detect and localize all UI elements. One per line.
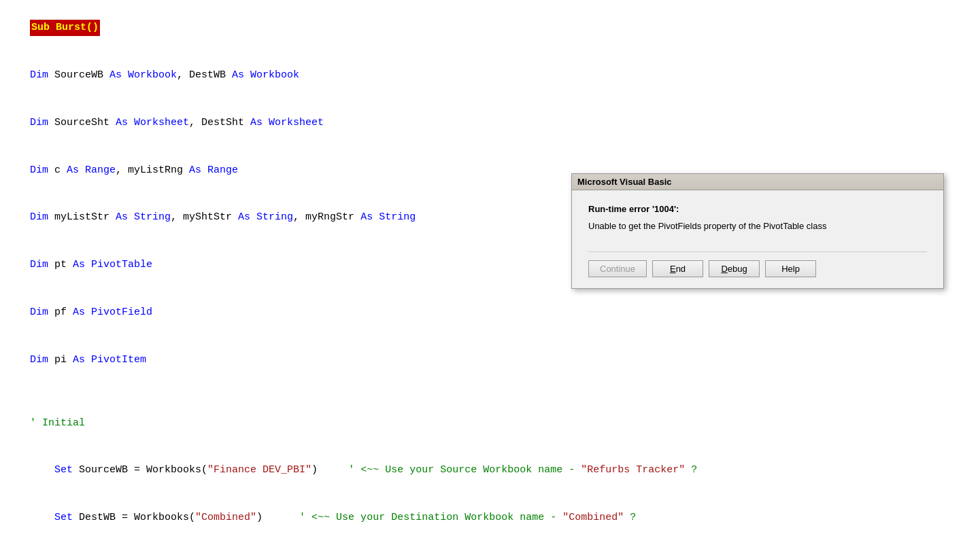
- help-button[interactable]: Help: [765, 260, 816, 277]
- runtime-error-dialog[interactable]: Microsoft Visual Basic Run-time error '1…: [571, 173, 944, 289]
- code-line-dim1: Dim SourceWB As Workbook, DestWB As Work…: [5, 52, 963, 99]
- debug-underline: Debug: [721, 264, 747, 274]
- end-underline: End: [670, 264, 686, 274]
- code-line-dim2: Dim SourceSht As Worksheet, DestSht As W…: [5, 99, 963, 147]
- continue-button[interactable]: Continue: [588, 260, 647, 277]
- dialog-titlebar: Microsoft Visual Basic: [572, 174, 943, 190]
- code-line-blank1: [5, 383, 963, 399]
- code-line-set1: Set SourceWB = Workbooks("Finance DEV_PB…: [5, 447, 963, 494]
- code-line-dim6: Dim pf As PivotField: [5, 289, 963, 336]
- debug-button[interactable]: Debug: [709, 260, 760, 277]
- code-line-set2: Set DestWB = Workbooks("Combined") ' <~~…: [5, 494, 963, 542]
- dialog-buttons: Continue End Debug Help: [588, 251, 927, 277]
- code-line-dim7: Dim pi As PivotItem: [5, 336, 963, 383]
- error-title: Run-time error '1004':: [588, 204, 927, 214]
- dialog-body: Run-time error '1004': Unable to get the…: [572, 190, 943, 288]
- code-line-comment1: ' Initial: [5, 399, 963, 447]
- code-editor: Sub Burst() Dim SourceWB As Workbook, De…: [0, 0, 963, 560]
- code-line-sub-header: Sub Burst(): [5, 4, 963, 52]
- code-line-set3: Set SourceSht = SourceWB.Worksheets("Fin…: [5, 542, 963, 561]
- dialog-title: Microsoft Visual Basic: [577, 177, 671, 187]
- end-button[interactable]: End: [652, 260, 703, 277]
- sub-burst-label: Sub Burst(): [30, 20, 100, 35]
- error-message: Unable to get the PivotFields property o…: [588, 221, 927, 231]
